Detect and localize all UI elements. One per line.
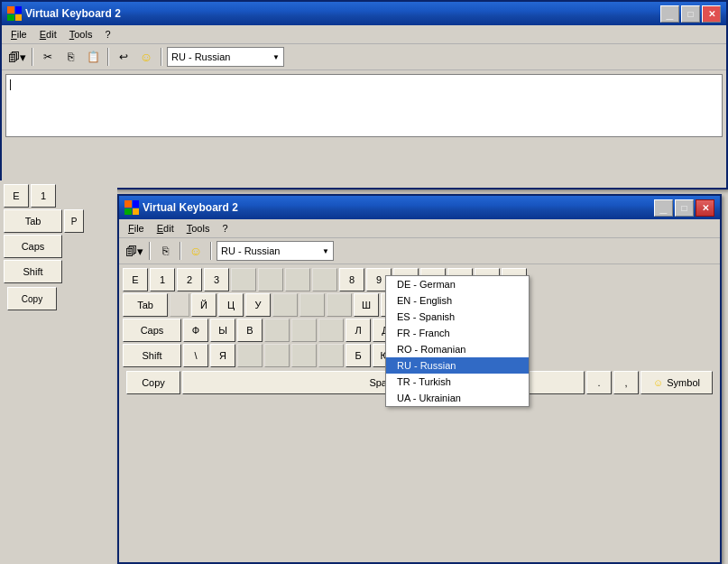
key-4[interactable] xyxy=(231,268,256,291)
minimize-btn-2[interactable]: _ xyxy=(654,199,673,217)
close-btn-1[interactable]: ✕ xyxy=(702,5,721,23)
menu-help-2[interactable]: ? xyxy=(217,221,233,236)
title-bar-2[interactable]: Virtual Keyboard 2 _ □ ✕ xyxy=(119,196,720,219)
key-F-cyr[interactable]: Ф xyxy=(183,319,208,342)
key-E-cyr[interactable]: Е xyxy=(123,268,148,291)
menu-file-2[interactable]: File xyxy=(123,221,150,236)
key-comma[interactable]: . xyxy=(586,371,612,394)
lang-selected-1: RU - Russian xyxy=(171,51,230,62)
copy-btn-2[interactable]: ⎘ xyxy=(155,241,175,261)
lang-item-fr[interactable]: FR - Franch xyxy=(386,325,529,341)
toolbar-2: 🗐▾ ⎘ ☺ RU - Russian ▼ xyxy=(119,238,720,264)
key-b-cyr[interactable]: Б xyxy=(346,344,371,367)
lang-dropdown-2[interactable]: RU - Russian ▼ xyxy=(217,241,334,261)
key-tab[interactable]: Tab xyxy=(123,293,168,317)
key-J[interactable]: Й xyxy=(191,293,217,317)
key-bs2[interactable]: \ xyxy=(183,344,208,367)
smile-btn-1[interactable]: ☺ xyxy=(136,47,156,67)
menu-bar-1: File Edit Tools ? xyxy=(2,25,726,44)
key-ya[interactable]: Я xyxy=(210,344,235,367)
key-5[interactable] xyxy=(258,268,283,291)
lang-item-ru[interactable]: RU - Russian xyxy=(386,357,529,374)
window-title-1: Virtual Keyboard 2 xyxy=(25,7,121,20)
sep-2 xyxy=(107,48,109,66)
key-P-cyr[interactable] xyxy=(291,319,317,342)
kb-partial-row3: Caps xyxy=(4,235,114,258)
title-buttons-1: _ □ ✕ xyxy=(660,5,721,23)
key-C-cyr[interactable]: Ц xyxy=(218,293,244,317)
key-N-cyr[interactable] xyxy=(327,293,352,317)
close-btn-2[interactable]: ✕ xyxy=(696,199,714,217)
key-copy[interactable]: Copy xyxy=(126,371,180,394)
menu-edit-1[interactable]: Edit xyxy=(34,27,62,42)
key-SH[interactable]: Ш xyxy=(354,293,379,317)
p-key-shift[interactable]: Shift xyxy=(4,260,62,283)
dropdown-arrow-2: ▼ xyxy=(322,247,329,255)
key-8[interactable]: 8 xyxy=(339,268,364,291)
menu-edit-2[interactable]: Edit xyxy=(152,221,180,236)
key-Y-cyr[interactable]: Ы xyxy=(210,319,235,342)
copy-btn-1[interactable]: ⎘ xyxy=(60,47,80,67)
p-key-r[interactable]: Р xyxy=(64,209,84,233)
new-btn-2[interactable]: 🗐▾ xyxy=(124,241,144,261)
p-key-tab[interactable]: Tab xyxy=(4,209,62,233)
p-key-e[interactable]: Е xyxy=(4,184,29,208)
key-m-cyr[interactable] xyxy=(291,344,317,367)
p-key-1[interactable]: 1 xyxy=(31,184,56,208)
text-cursor-1: | xyxy=(9,78,12,90)
key-period[interactable]: , xyxy=(613,371,639,394)
lang-item-de[interactable]: DE - German xyxy=(386,276,529,292)
key-ch[interactable] xyxy=(237,344,263,367)
lang-dropdown-1[interactable]: RU - Russian ▼ xyxy=(167,47,284,67)
maximize-btn-1[interactable]: □ xyxy=(681,5,700,23)
lang-item-tr[interactable]: TR - Turkish xyxy=(386,374,529,390)
dropdown-arrow-1: ▼ xyxy=(272,53,280,61)
cut-btn-1[interactable]: ✂ xyxy=(38,47,58,67)
key-3[interactable]: 3 xyxy=(204,268,229,291)
p-key-caps[interactable]: Caps xyxy=(4,235,62,258)
sep-6 xyxy=(210,242,212,260)
kb-partial-row1: Е 1 xyxy=(4,184,114,208)
lang-item-en[interactable]: EN - English xyxy=(386,292,529,309)
key-R-cyr[interactable] xyxy=(318,319,344,342)
key-A-cyr[interactable] xyxy=(264,319,290,342)
key-1[interactable]: 1 xyxy=(150,268,175,291)
language-dropdown-list[interactable]: DE - German EN - English ES - Spanish FR… xyxy=(385,275,530,407)
window-1-kb-partial: Е 1 Tab Р Caps Shift Copy xyxy=(0,180,117,555)
menu-bar-2: File Edit Tools ? xyxy=(119,219,720,238)
key-s-cyr[interactable] xyxy=(264,344,290,367)
title-bar-1[interactable]: Virtual Keyboard 2 _ □ ✕ xyxy=(2,2,726,25)
smile-btn-2[interactable]: ☺ xyxy=(186,241,206,261)
maximize-btn-2[interactable]: □ xyxy=(675,199,694,217)
key-shift-l[interactable]: Shift xyxy=(123,344,181,367)
menu-help-1[interactable]: ? xyxy=(99,27,115,42)
menu-tools-1[interactable]: Tools xyxy=(64,27,98,42)
lang-selected-2: RU - Russian xyxy=(221,245,280,256)
key-symbol[interactable]: ☺Symbol xyxy=(640,371,713,394)
key-soft[interactable] xyxy=(318,344,344,367)
app-icon-2 xyxy=(124,200,139,215)
key-E2-cyr[interactable] xyxy=(299,293,325,317)
minimize-btn-1[interactable]: _ xyxy=(660,5,679,23)
sep-4 xyxy=(149,242,151,260)
key-6[interactable] xyxy=(285,268,310,291)
sep-1 xyxy=(32,48,33,66)
key-K-cyr[interactable] xyxy=(272,293,298,317)
lang-item-ro[interactable]: RO - Romanian xyxy=(386,341,529,357)
paste-btn-1[interactable]: 📋 xyxy=(83,47,103,67)
text-area-1[interactable]: | xyxy=(5,74,723,137)
menu-tools-2[interactable]: Tools xyxy=(181,221,216,236)
p-key-copy[interactable]: Copy xyxy=(7,287,57,310)
key-short[interactable] xyxy=(170,293,189,317)
lang-item-es[interactable]: ES - Spanish xyxy=(386,309,529,325)
key-caps[interactable]: Caps xyxy=(123,319,181,342)
undo-btn-1[interactable]: ↩ xyxy=(114,47,134,67)
new-btn-1[interactable]: 🗐▾ xyxy=(7,47,27,67)
key-U-cyr[interactable]: У xyxy=(245,293,271,317)
key-L-cyr[interactable]: Л xyxy=(346,319,371,342)
lang-item-ua[interactable]: UA - Ukrainian xyxy=(386,390,529,406)
key-7[interactable] xyxy=(312,268,337,291)
key-V-cyr[interactable]: В xyxy=(237,319,263,342)
key-2[interactable]: 2 xyxy=(177,268,202,291)
menu-file-1[interactable]: File xyxy=(5,27,32,42)
